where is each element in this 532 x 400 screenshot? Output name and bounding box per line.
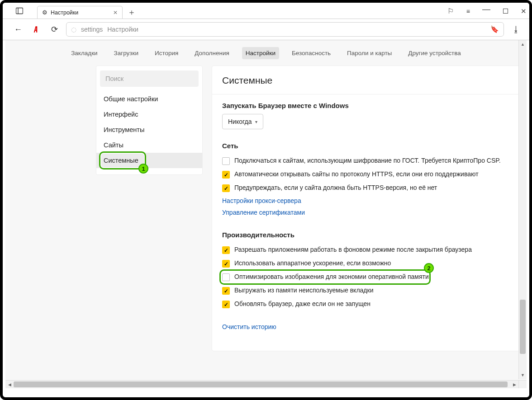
address-bar[interactable]: ◌ settings Настройки 🔖 xyxy=(66,22,504,37)
checkbox[interactable] xyxy=(222,184,230,192)
topnav-passwords[interactable]: Пароли и карты xyxy=(343,47,395,59)
settings-panel: Системные Запускать Браузер вместе с Win… xyxy=(212,66,524,351)
panel-title: Системные xyxy=(222,75,513,86)
vertical-scroll-thumb[interactable] xyxy=(520,300,526,354)
horizontal-scrollbar[interactable]: ◀ ▶ xyxy=(5,380,518,388)
address-url-a: settings xyxy=(81,26,103,33)
topnav-addons[interactable]: Дополнения xyxy=(191,47,233,59)
sidebar-item-interface[interactable]: Интерфейс xyxy=(96,107,202,122)
settings-search-placeholder: Поиск xyxy=(105,75,124,82)
topnav-devices[interactable]: Другие устройства xyxy=(404,47,465,59)
scroll-up-icon[interactable]: ▲ xyxy=(519,40,527,48)
scroll-right-icon[interactable]: ▶ xyxy=(510,381,518,388)
checkbox-row-bg-apps[interactable]: Разрешать приложениям работать в фоновом… xyxy=(222,243,513,257)
sidebar-item-tools[interactable]: Инструменты xyxy=(96,122,202,137)
settings-search[interactable]: Поиск xyxy=(100,71,199,87)
checkbox-label: Выгружать из памяти неиспользуемые вклад… xyxy=(234,287,373,294)
maximize-button[interactable] xyxy=(503,9,508,14)
site-identity-icon: ◌ xyxy=(71,26,76,33)
sidebar-toggle-icon[interactable] xyxy=(14,6,24,16)
checkbox[interactable] xyxy=(222,157,230,165)
divider xyxy=(212,94,523,94)
heading-startup: Запускать Браузер вместе с Windows xyxy=(222,102,513,109)
checkbox[interactable] xyxy=(222,260,230,268)
close-icon[interactable]: ✕ xyxy=(113,9,118,16)
checkbox-label: Подключаться к сайтам, использующим шифр… xyxy=(234,157,501,164)
sidebar-item-general[interactable]: Общие настройки xyxy=(96,91,202,107)
topnav-security[interactable]: Безопасность xyxy=(288,47,334,59)
checkbox-label: Автоматически открывать сайты по протоко… xyxy=(234,170,479,178)
sidebar-item-system[interactable]: Системные 1 xyxy=(96,153,202,168)
chevron-down-icon: ▾ xyxy=(255,119,257,124)
sidebar-item-sites[interactable]: Сайты xyxy=(96,137,202,153)
window-frame: ⚙ Настройки ✕ ＋ ⚐ ≡ — ✕ ← ⟳ ◌ settings Н… xyxy=(0,0,532,400)
address-url-b: Настройки xyxy=(107,26,138,33)
link-clear-history[interactable]: Очистить историю xyxy=(222,321,276,333)
collections-icon[interactable]: ⚐ xyxy=(447,7,454,15)
bookmark-icon[interactable]: 🔖 xyxy=(490,25,499,33)
topnav-settings[interactable]: Настройки xyxy=(242,47,279,59)
link-cert-management[interactable]: Управление сертификатами xyxy=(222,207,305,218)
startup-select-value: Никогда xyxy=(228,118,252,125)
startup-select[interactable]: Никогда ▾ xyxy=(222,114,263,129)
checkbox[interactable] xyxy=(222,301,230,308)
new-tab-button[interactable]: ＋ xyxy=(126,7,137,18)
scroll-down-icon[interactable]: ▼ xyxy=(519,371,527,379)
checkbox-label: Обновлять браузер, даже если он не запущ… xyxy=(234,300,370,307)
menu-icon[interactable]: ≡ xyxy=(466,8,470,15)
link-proxy-settings[interactable]: Настройки прокси-сервера xyxy=(222,195,301,207)
sidebar-item-label: Сайты xyxy=(104,141,124,149)
vertical-scrollbar[interactable]: ▲ ▼ xyxy=(518,40,527,379)
tab-title: Настройки xyxy=(51,9,78,16)
checkbox-row-https-warn[interactable]: Предупреждать, если у сайта должна быть … xyxy=(222,181,513,195)
sidebar-item-label: Интерфейс xyxy=(104,111,138,118)
annotation-badge-1: 1 xyxy=(138,164,148,174)
checkbox-row-img-optim[interactable]: Оптимизировать изображения для экономии … xyxy=(222,270,513,284)
horizontal-scroll-thumb[interactable] xyxy=(14,381,508,387)
reload-button[interactable]: ⟳ xyxy=(48,24,61,34)
scroll-left-icon[interactable]: ◀ xyxy=(5,381,14,388)
minimize-button[interactable]: — xyxy=(482,5,490,14)
checkbox[interactable] xyxy=(222,287,230,295)
topnav-history[interactable]: История xyxy=(151,47,182,59)
sidebar-item-label: Системные xyxy=(104,157,138,164)
settings-sidebar: Поиск Общие настройки Интерфейс Инструме… xyxy=(96,66,203,175)
scroll-corner xyxy=(518,380,527,388)
sidebar-item-label: Инструменты xyxy=(104,126,144,133)
checkbox-row-gost[interactable]: Подключаться к сайтам, использующим шифр… xyxy=(222,154,513,168)
gear-icon: ⚙ xyxy=(42,9,48,16)
checkbox[interactable] xyxy=(222,171,230,179)
browser-tab-active[interactable]: ⚙ Настройки ✕ xyxy=(37,6,123,19)
checkbox-label: Оптимизировать изображения для экономии … xyxy=(234,273,429,280)
checkbox-label: Разрешать приложениям работать в фоновом… xyxy=(234,246,472,253)
checkbox-row-https-auto[interactable]: Автоматически открывать сайты по протоко… xyxy=(222,168,513,181)
checkbox-row-bg-update[interactable]: Обновлять браузер, даже если он не запущ… xyxy=(222,297,513,311)
window-controls: ⚐ ≡ — ✕ xyxy=(447,6,527,16)
downloads-button[interactable]: ⭳ xyxy=(512,25,520,34)
checkbox-row-unload-tabs[interactable]: Выгружать из памяти неиспользуемые вклад… xyxy=(222,284,513,297)
close-window-button[interactable]: ✕ xyxy=(521,7,527,15)
svg-rect-0 xyxy=(16,8,23,14)
checkbox[interactable] xyxy=(222,273,230,281)
heading-performance: Производительность xyxy=(222,231,513,239)
yandex-home-icon[interactable] xyxy=(30,25,43,33)
heading-network: Сеть xyxy=(222,142,513,150)
checkbox-label: Предупреждать, если у сайта должна быть … xyxy=(234,184,437,191)
page-viewport: Закладки Загрузки История Дополнения Нас… xyxy=(5,40,527,388)
checkbox-row-hw-accel[interactable]: Использовать аппаратное ускорение, если … xyxy=(222,257,513,270)
topnav-downloads[interactable]: Загрузки xyxy=(110,47,142,59)
topnav-bookmarks[interactable]: Закладки xyxy=(67,47,101,59)
navigation-bar: ← ⟳ ◌ settings Настройки 🔖 ⭳ xyxy=(3,19,529,40)
titlebar: ⚙ Настройки ✕ ＋ ⚐ ≡ — ✕ xyxy=(3,3,529,19)
checkbox-label: Использовать аппаратное ускорение, если … xyxy=(234,259,391,267)
settings-topnav: Закладки Загрузки История Дополнения Нас… xyxy=(5,40,527,66)
sidebar-item-label: Общие настройки xyxy=(104,95,158,103)
back-button[interactable]: ← xyxy=(12,25,24,34)
checkbox[interactable] xyxy=(222,246,230,254)
